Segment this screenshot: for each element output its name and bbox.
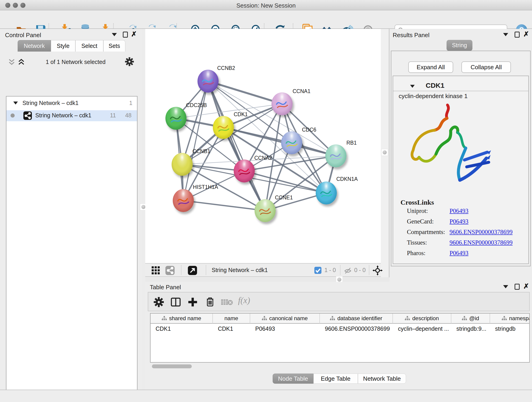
network-node-CCNB1[interactable] <box>172 153 193 176</box>
protein-structure-thumbnail <box>237 165 252 178</box>
network-edge-CDK1-RB1[interactable] <box>223 128 336 156</box>
table-header-cell[interactable]: @id <box>451 313 490 324</box>
table-cell[interactable]: cyclin–dependent ... <box>393 324 451 333</box>
control-panel: Control Panel ✗ Network Style Select Set… <box>0 29 142 390</box>
horizontal-scrollbar[interactable] <box>152 364 192 368</box>
divider <box>393 91 528 91</box>
tab-network-table[interactable]: Network Table <box>358 374 406 384</box>
expand-all-icon[interactable] <box>17 58 25 65</box>
node-table[interactable]: shared namenamecanonical namedatabase id… <box>150 313 530 363</box>
crosslink-row: Pharos:P06493 <box>407 249 526 259</box>
table-cell[interactable]: stringdb:9... <box>451 324 490 333</box>
node-label-CCNB2: CCNB2 <box>217 65 235 71</box>
node-label-CDK1: CDK1 <box>234 111 248 118</box>
close-panel-icon[interactable]: ✗ <box>523 31 529 37</box>
gene-name: CDK1 <box>426 82 444 89</box>
table-header-cell[interactable]: namespace <box>490 313 530 324</box>
grid-view-icon[interactable] <box>152 266 160 274</box>
hidden-count: 0 - 0 <box>354 267 366 274</box>
close-panel-icon[interactable]: ✗ <box>523 283 529 289</box>
collapse-all-button[interactable]: Collapse All <box>462 61 511 73</box>
table-header-cell[interactable]: shared name <box>151 313 213 324</box>
tab-sets[interactable]: Sets <box>103 40 125 51</box>
crosslink-link[interactable]: 9606.ENSP00000378699 <box>450 239 513 246</box>
crosslink-link[interactable]: P06493 <box>450 249 469 257</box>
function-builder-icon: f(x) <box>238 295 250 305</box>
table-header-cell[interactable]: canonical name <box>250 313 320 324</box>
network-node-CDC25B[interactable] <box>165 107 186 130</box>
tree-row-collection[interactable]: String Network – cdk1 1 <box>6 99 137 110</box>
tab-select[interactable]: Select <box>75 40 103 51</box>
table-header-cell[interactable]: name <box>213 313 250 324</box>
crosslink-row: GeneCard:P06493 <box>407 218 526 227</box>
network-selected-status: 1 of 1 Network selected <box>27 59 124 65</box>
gear-icon[interactable] <box>125 57 134 66</box>
network-edge-CCNB2-CCNA1[interactable] <box>208 81 282 104</box>
network-view-canvas[interactable]: CCNB2CCNA1CDC25BCDK1CDC6RB1CCNB1CCNA2CDK… <box>145 29 381 263</box>
tab-network[interactable]: Network <box>18 40 51 51</box>
collapse-all-icon[interactable] <box>8 58 16 65</box>
tab-string[interactable]: String <box>447 40 472 51</box>
gear-icon[interactable] <box>153 297 164 307</box>
tab-node-table[interactable]: Node Table <box>273 374 313 384</box>
separator <box>369 265 369 275</box>
network-edge-CCNB2-CCNE1[interactable] <box>208 81 265 211</box>
float-panel-icon[interactable] <box>515 32 520 38</box>
protein-structure-thumbnail <box>329 149 343 163</box>
close-panel-icon[interactable]: ✗ <box>131 31 137 37</box>
network-node-CCNA2[interactable] <box>234 160 255 182</box>
float-panel-icon[interactable] <box>123 32 128 38</box>
crosslink-label: Uniprot: <box>407 207 428 215</box>
table-cell[interactable]: 9606.ENSP00000378699 <box>320 324 393 333</box>
network-node-CCNE1[interactable] <box>254 199 276 222</box>
table-header-cell[interactable]: database identifier <box>320 313 393 324</box>
network-share-view-icon[interactable] <box>165 266 175 275</box>
table-cell[interactable]: P06493 <box>250 324 320 333</box>
network-node-RB1[interactable] <box>325 144 346 167</box>
table-cell[interactable]: stringdb <box>490 324 530 333</box>
node-label-HIST1H1A: HIST1H1A <box>193 184 218 190</box>
network-edge-CCNB2-HIST1H1A[interactable] <box>183 81 208 201</box>
detach-view-icon[interactable] <box>188 266 197 275</box>
birds-eye-view-icon[interactable] <box>373 265 383 275</box>
string-network-icon <box>23 111 32 120</box>
add-column-icon[interactable] <box>187 297 198 307</box>
table-cell[interactable]: CDK1 <box>151 324 213 333</box>
protein-structure-thumbnail <box>169 112 183 126</box>
table-header-cell[interactable]: description <box>393 313 451 324</box>
gene-description: cyclin-dependent kinase 1 <box>399 93 468 100</box>
expand-all-button[interactable]: Expand All <box>408 61 453 73</box>
tab-edge-table[interactable]: Edge Table <box>313 374 358 384</box>
panel-menu-icon[interactable] <box>503 33 508 36</box>
panel-menu-icon[interactable] <box>112 33 117 36</box>
network-node-HIST1H1A[interactable] <box>173 189 194 212</box>
crosslink-link[interactable]: P06493 <box>450 207 469 215</box>
network-edge-HIST1H1A-CCNE1[interactable] <box>183 201 265 211</box>
tree-row-network[interactable]: String Network – cdk1 11 48 <box>6 110 137 121</box>
delete-column-icon[interactable] <box>205 296 215 307</box>
collapse-gene-icon[interactable] <box>410 85 415 88</box>
network-tree: String Network – cdk1 1 String Network –… <box>6 96 138 402</box>
protein-structure-thumbnail <box>216 121 231 135</box>
tree-expand-icon[interactable] <box>13 102 18 104</box>
show-columns-icon[interactable] <box>170 297 181 307</box>
collection-count: 1 <box>121 100 133 106</box>
network-node-CDC6[interactable] <box>281 131 302 154</box>
right-splitter-handle[interactable] <box>381 149 388 156</box>
network-node-CDK1[interactable] <box>213 116 234 139</box>
network-node-CCNB2[interactable] <box>197 70 219 93</box>
crosslink-link[interactable]: P06493 <box>450 218 469 225</box>
node-label-CCNA2: CCNA2 <box>254 155 272 161</box>
tab-style[interactable]: Style <box>51 40 75 51</box>
left-splitter[interactable] <box>142 29 145 390</box>
network-node-CDKN1A[interactable] <box>316 182 337 204</box>
separator <box>206 265 206 275</box>
node-label-RB1: RB1 <box>346 140 357 146</box>
network-node-CCNA1[interactable] <box>272 92 293 115</box>
float-panel-icon[interactable] <box>515 284 520 290</box>
crosslink-link[interactable]: 9606.ENSP00000378699 <box>450 229 513 236</box>
selected-checkbox-icon[interactable] <box>314 267 322 274</box>
panel-menu-icon[interactable] <box>503 285 508 288</box>
window-title: Session: New Session <box>0 2 532 9</box>
table-cell[interactable]: CDK1 <box>213 324 250 333</box>
